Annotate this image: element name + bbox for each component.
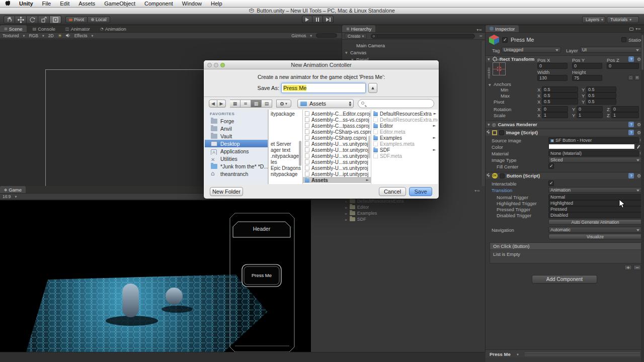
add-component-button[interactable]: Add Component	[532, 275, 597, 284]
rotate-tool-button[interactable]	[27, 16, 38, 24]
menu-item-unity[interactable]: Unity	[19, 1, 33, 7]
rotation-z-field[interactable]: 0	[611, 106, 639, 112]
file-item[interactable]: ager text	[269, 147, 302, 153]
file-item[interactable]: Assembly-U...vs.unityproj	[303, 141, 371, 147]
dialog-title-bar[interactable]: New Animation Contoller	[204, 60, 439, 69]
menu-item-help[interactable]: Help	[211, 1, 222, 7]
project-folder-row[interactable]: ►Examples	[342, 210, 483, 216]
game-viewport[interactable]: Header Press Me	[0, 200, 311, 352]
file-item[interactable]: Assembly-U...ipt.unityproj	[303, 171, 371, 177]
hierarchy-search-input[interactable]	[371, 34, 475, 39]
cancel-button[interactable]: Cancel	[379, 187, 406, 196]
audio-toggle-icon[interactable]	[66, 33, 70, 38]
file-item[interactable]: SDF►	[371, 147, 438, 153]
file-item[interactable]: nitypackage	[269, 171, 302, 177]
raw-edit-button[interactable]: R	[634, 75, 640, 80]
foldout-icon[interactable]: ►	[345, 218, 348, 221]
button-script-header[interactable]: ▼ OK Button (Script) ? ⚙	[486, 172, 644, 179]
rotation-x-field[interactable]: 0	[542, 106, 568, 112]
foldout-icon[interactable]: ►	[345, 206, 348, 209]
view-tab[interactable]: ▤Console	[29, 25, 59, 32]
project-panel-menu-icon[interactable]: ▾≡	[474, 189, 480, 193]
hierarchy-item[interactable]: ▼Canvas	[342, 49, 481, 56]
panel-menu-icon[interactable]: ▾≡	[635, 27, 641, 31]
game-press-me-button[interactable]: Press Me	[242, 264, 281, 287]
view-tab[interactable]: ⊞Scene	[0, 25, 27, 32]
view-mode-button[interactable]: ≡	[240, 100, 251, 108]
scene-search-input[interactable]	[316, 33, 337, 38]
favorites-item[interactable]: theantranch	[205, 170, 268, 177]
add-event-button[interactable]: +	[624, 265, 632, 270]
forward-button[interactable]: ▶	[217, 100, 226, 108]
file-item[interactable]: Assembly-C...tpass.csproj	[303, 123, 371, 129]
width-field[interactable]: 130	[537, 75, 568, 81]
rotation-y-field[interactable]: 0	[577, 106, 603, 112]
view-mode-button[interactable]: ▦	[230, 100, 240, 108]
tutorials-dropdown[interactable]: Tutorials▼	[607, 16, 639, 23]
filter-icon[interactable]: ≡	[479, 34, 482, 38]
navigation-dropdown[interactable]: Automatic	[548, 227, 642, 233]
object-name[interactable]: Press Me	[511, 37, 534, 43]
step-button[interactable]	[323, 16, 334, 23]
help-icon[interactable]: ?	[628, 122, 634, 127]
panel-menu-icon[interactable]: ▾≡	[476, 28, 482, 32]
file-item[interactable]: Assembly-U...tor.unityproj	[303, 147, 371, 153]
move-tool-button[interactable]	[15, 16, 27, 24]
foldout-icon[interactable]: ►	[345, 200, 348, 203]
file-item[interactable]: Editor.meta	[371, 129, 438, 135]
footer-dropdown-icon[interactable]: ▼	[517, 353, 519, 356]
trigger-field[interactable]: Highlighted	[548, 200, 642, 206]
file-item[interactable]: itypackage	[269, 111, 302, 117]
pos-z-field[interactable]: 0	[607, 63, 639, 69]
lock-icon[interactable]	[629, 28, 633, 31]
min-y-field[interactable]: 0.5	[586, 86, 616, 93]
file-item[interactable]: .nitypackage	[269, 153, 302, 159]
transition-dropdown[interactable]: Animation	[548, 187, 642, 193]
menu-item-window[interactable]: Window	[182, 1, 202, 7]
foldout-icon[interactable]: ▼	[345, 51, 350, 54]
pivot-y-field[interactable]: 0.5	[586, 99, 616, 105]
file-item[interactable]: Assembly-CSharp-vs.csproj	[303, 129, 371, 135]
rect-transform-header[interactable]: ▼ Rect Transform ? ⚙	[486, 55, 644, 62]
image-type-dropdown[interactable]: Sliced	[548, 157, 642, 163]
rect-tool-button[interactable]	[50, 16, 61, 24]
create-dropdown[interactable]: Create▼	[345, 33, 367, 39]
project-folder-row[interactable]: ►SDF	[342, 216, 483, 222]
blueprint-mode-button[interactable]: □	[628, 75, 633, 80]
menu-item-file[interactable]: File	[42, 1, 51, 7]
visualize-button[interactable]: Visualize	[548, 234, 642, 239]
project-folder-row[interactable]: ►Editor	[342, 204, 483, 210]
favorites-item[interactable]: Anvil	[205, 125, 268, 132]
file-item[interactable]: Examples►	[371, 135, 438, 141]
menu-item-gameobject[interactable]: GameObject	[104, 1, 135, 7]
hierarchy-scrollbar[interactable]	[481, 41, 485, 186]
help-icon[interactable]: ?	[628, 173, 634, 178]
save-button[interactable]: Save	[409, 187, 432, 196]
view-mode-button[interactable]: ▤	[262, 100, 272, 108]
help-icon[interactable]: ?	[628, 56, 634, 62]
back-button[interactable]: ◀	[209, 100, 217, 108]
image-script-header[interactable]: ▼ Image (Script) ? ⚙	[486, 129, 644, 136]
filename-input[interactable]: Press Me	[281, 83, 366, 93]
material-field[interactable]: None (Material)	[548, 150, 639, 156]
pause-button[interactable]	[312, 16, 323, 23]
help-icon[interactable]: ?	[628, 130, 634, 135]
inspector-footer[interactable]: Press Me ▼	[486, 349, 644, 357]
gizmos-dropdown[interactable]: Gizmos	[291, 33, 306, 38]
favorites-item[interactable]: *Junk from the* *D...	[205, 162, 268, 170]
close-window-icon[interactable]	[207, 63, 212, 67]
remove-event-button[interactable]: −	[633, 265, 641, 270]
pivot-toggle-button[interactable]: Pivot	[65, 16, 88, 23]
active-checkbox[interactable]	[502, 37, 508, 43]
view-tab[interactable]: ◔Animation	[96, 25, 130, 32]
fill-center-checkbox[interactable]	[548, 163, 554, 169]
render-mode-dropdown[interactable]: RGB	[29, 33, 38, 38]
min-x-field[interactable]: 0.5	[542, 86, 578, 93]
layers-dropdown[interactable]: Layers▼	[582, 16, 605, 23]
file-item[interactable]: Examples.meta	[371, 141, 438, 147]
menu-item-component[interactable]: Component	[144, 1, 173, 7]
foldout-icon[interactable]: ►	[345, 212, 348, 215]
search-input[interactable]	[358, 99, 434, 108]
2d-toggle[interactable]: 2D	[48, 33, 54, 38]
location-dropdown[interactable]: Assets ▲▼	[297, 99, 354, 108]
